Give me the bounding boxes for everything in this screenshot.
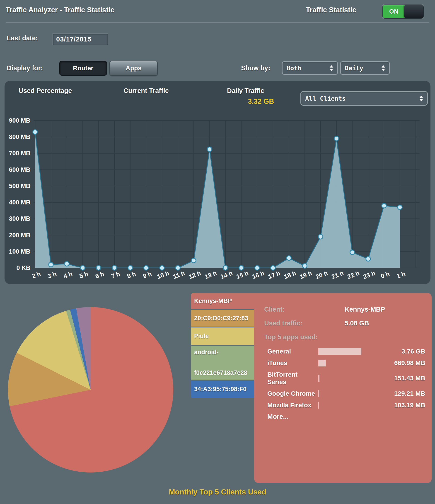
daily-traffic-total: 3.32 GB	[231, 98, 291, 106]
client-detail-panel: Client: Kennys-MBP Used traffic: 5.08 GB…	[254, 293, 432, 483]
svg-text:9 h: 9 h	[142, 270, 152, 280]
top-apps-label: Top 5 apps used:	[264, 333, 426, 341]
show-by-client-select-value: Both	[283, 65, 327, 72]
app-usage-bar	[318, 360, 380, 366]
svg-text:18 h: 18 h	[283, 270, 297, 280]
client-filter-select[interactable]: All Clients	[301, 91, 428, 106]
client-list: Kennys-MBP20:C9:D0:C9:27:83Piuleandroid-…	[191, 293, 254, 398]
footer-caption: Monthly Top 5 Clients Used	[0, 488, 435, 496]
app-row: General3.76 GB	[267, 348, 426, 355]
traffic-statistic-panel: Used Percentage Current Traffic Daily Tr…	[5, 81, 430, 284]
header-divider	[6, 22, 429, 23]
svg-text:3 h: 3 h	[47, 270, 57, 280]
svg-text:100 MB: 100 MB	[9, 248, 30, 255]
clients-pie-chart	[8, 307, 173, 472]
svg-text:8 h: 8 h	[126, 270, 137, 280]
display-for-label: Display for:	[7, 64, 43, 72]
svg-text:800 MB: 800 MB	[9, 134, 30, 140]
app-usage-bar	[318, 390, 380, 397]
used-traffic-label: Used traffic:	[264, 320, 345, 327]
svg-text:13 h: 13 h	[204, 270, 217, 280]
last-date-input[interactable]	[53, 33, 108, 45]
last-date-label: Last date:	[7, 35, 38, 42]
updown-arrows-icon	[379, 65, 389, 71]
client-list-item[interactable]: Piule	[191, 327, 254, 345]
tab-used-percentage[interactable]: Used Percentage	[18, 87, 72, 94]
svg-text:600 MB: 600 MB	[9, 166, 30, 173]
toggle-knob	[404, 5, 423, 18]
traffic-statistic-toggle-label: Traffic Statistic	[306, 6, 356, 14]
svg-text:20 h: 20 h	[315, 270, 328, 280]
toggle-on-label: ON	[383, 5, 405, 18]
client-filter-select-value: All Clients	[301, 95, 417, 102]
client-list-item[interactable]: 34:A3:95:75:98:F0	[191, 380, 254, 398]
svg-text:6 h: 6 h	[94, 270, 105, 280]
svg-text:700 MB: 700 MB	[9, 150, 30, 157]
svg-text:22 h: 22 h	[346, 270, 360, 280]
svg-text:1 h: 1 h	[396, 270, 406, 280]
traffic-area-chart: 900 MB800 MB700 MB600 MB500 MB400 MB300 …	[5, 112, 430, 282]
svg-text:0 h: 0 h	[380, 270, 390, 280]
svg-text:900 MB: 900 MB	[9, 117, 30, 124]
svg-text:21 h: 21 h	[330, 270, 344, 280]
svg-text:400 MB: 400 MB	[9, 199, 30, 206]
app-row: Google Chrome129.21 MB	[267, 390, 426, 397]
svg-text:14 h: 14 h	[220, 270, 233, 280]
app-name: BitTorrent Series	[267, 371, 318, 386]
app-usage-bar	[318, 402, 380, 409]
app-name: Mozilla Firefox	[267, 401, 318, 409]
app-usage-bar	[318, 348, 380, 355]
app-row: BitTorrent Series151.43 MB	[267, 371, 426, 386]
svg-text:15 h: 15 h	[235, 270, 249, 280]
app-usage-bar	[318, 375, 380, 382]
display-for-apps-button[interactable]: Apps	[109, 61, 158, 76]
svg-text:10 h: 10 h	[156, 270, 170, 280]
app-value: 151.43 MB	[380, 375, 426, 382]
app-name: Google Chrome	[267, 390, 318, 397]
svg-text:12 h: 12 h	[188, 270, 202, 280]
app-name: General	[267, 348, 318, 355]
updown-arrows-icon	[327, 65, 337, 71]
app-row: Mozilla Firefox103.19 MB	[267, 401, 426, 409]
svg-text:5 h: 5 h	[78, 270, 89, 280]
display-for-router-button[interactable]: Router	[59, 61, 107, 76]
svg-text:4 h: 4 h	[62, 270, 73, 280]
svg-text:300 MB: 300 MB	[9, 215, 30, 222]
tab-current-traffic[interactable]: Current Traffic	[124, 87, 169, 94]
show-by-label: Show by:	[241, 64, 270, 72]
svg-text:17 h: 17 h	[267, 270, 281, 280]
app-value: 103.19 MB	[380, 402, 426, 409]
page-title: Traffic Analyzer - Traffic Statistic	[6, 6, 115, 14]
svg-text:0 KB: 0 KB	[16, 264, 30, 271]
svg-text:200 MB: 200 MB	[9, 232, 30, 239]
svg-text:500 MB: 500 MB	[9, 183, 30, 189]
client-list-item[interactable]: android-f0c221e6718a7e28	[191, 346, 254, 380]
more-link[interactable]: More...	[264, 413, 426, 420]
traffic-statistic-toggle[interactable]: ON	[382, 5, 424, 18]
client-label: Client:	[264, 306, 345, 313]
app-name: iTunes	[267, 359, 318, 367]
svg-text:7 h: 7 h	[110, 270, 121, 280]
svg-text:16 h: 16 h	[251, 270, 265, 280]
client-list-item[interactable]: 20:C9:D0:C9:27:83	[191, 310, 254, 327]
client-name-value: Kennys-MBP	[345, 306, 385, 313]
client-list-item[interactable]: Kennys-MBP	[191, 293, 254, 309]
show-by-client-select[interactable]: Both	[282, 61, 338, 75]
svg-text:2 h: 2 h	[31, 270, 42, 280]
svg-text:11 h: 11 h	[172, 270, 186, 280]
app-value: 129.21 MB	[380, 390, 426, 397]
app-value: 669.98 MB	[380, 360, 426, 367]
svg-text:19 h: 19 h	[299, 270, 313, 280]
updown-arrows-icon	[417, 96, 427, 101]
show-by-period-select[interactable]: Daily	[340, 61, 390, 75]
app-value: 3.76 GB	[380, 348, 426, 355]
show-by-period-select-value: Daily	[341, 65, 379, 72]
top-apps-list: General3.76 GBiTunes669.98 MBBitTorrent …	[264, 348, 426, 409]
used-traffic-value: 5.08 GB	[345, 320, 369, 327]
tab-daily-traffic[interactable]: Daily Traffic	[227, 87, 264, 94]
svg-text:23 h: 23 h	[362, 270, 376, 280]
app-row: iTunes669.98 MB	[267, 359, 426, 367]
